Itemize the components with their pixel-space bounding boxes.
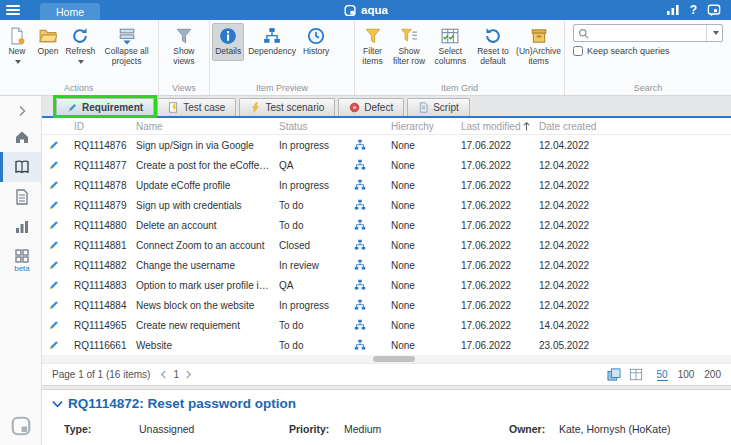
tab-script[interactable]: Script <box>407 98 470 116</box>
group-label-actions: Actions <box>2 82 156 94</box>
cell-link[interactable] <box>337 279 383 291</box>
dependency-button[interactable]: Dependency <box>245 23 299 61</box>
cell-id: RQ1114876 <box>66 140 128 151</box>
search-icon <box>578 28 589 39</box>
cell-hierarchy: None <box>383 280 453 291</box>
feedback-chat-icon[interactable] <box>707 4 721 17</box>
history-clock-icon <box>307 27 325 45</box>
table-row[interactable]: RQ1114884 News block on the website In p… <box>42 295 731 315</box>
table-row[interactable]: RQ1114878 Update eCoffe profile In progr… <box>42 175 731 195</box>
table-row[interactable]: RQ1114883 Option to mark user profile in… <box>42 275 731 295</box>
cell-link[interactable] <box>337 339 383 351</box>
sort-asc-icon <box>523 122 530 131</box>
cell-link[interactable] <box>337 299 383 311</box>
tab-defect[interactable]: Defect <box>338 98 404 116</box>
tab-test-scenario[interactable]: Test scenario <box>239 98 335 116</box>
table-row[interactable]: RQ1116661 Website To do None 17.06.2022 … <box>42 335 731 355</box>
open-folder-icon <box>39 27 57 45</box>
page-size-200[interactable]: 200 <box>704 369 721 381</box>
header-status[interactable]: Status <box>271 121 337 132</box>
cell-link[interactable] <box>337 219 383 231</box>
refresh-label: Refresh <box>65 46 95 56</box>
table-row[interactable]: RQ1114876 Sign up/Sign in via Google In … <box>42 135 731 155</box>
cell-link[interactable] <box>337 179 383 191</box>
cell-link[interactable] <box>337 239 383 251</box>
filter-items-button[interactable]: Filter items <box>357 23 388 71</box>
row-edit-icon-cell <box>42 339 66 351</box>
sidebar-item-projects[interactable] <box>0 152 41 182</box>
page-prev-icon[interactable] <box>160 370 167 379</box>
cell-link[interactable] <box>337 199 383 211</box>
cards-view-icon[interactable] <box>607 368 621 381</box>
hierarchy-sitemap-icon <box>354 259 366 271</box>
header-id[interactable]: ID <box>66 121 128 132</box>
collapse-all-projects-button[interactable]: Collapse all projects <box>98 23 156 71</box>
table-row[interactable]: RQ1114877 Create a post for the eCoffee … <box>42 155 731 175</box>
table-row[interactable]: RQ1114879 Sign up with credentials To do… <box>42 195 731 215</box>
test-scenario-icon <box>250 102 261 113</box>
page-size-100[interactable]: 100 <box>678 369 695 381</box>
aqua-app-window: Home aqua ? New Open <box>0 0 731 445</box>
open-button[interactable]: Open <box>33 23 63 61</box>
header-name[interactable]: Name <box>128 121 271 132</box>
horizontal-scrollbar-thumb[interactable] <box>373 356 415 362</box>
cell-id: RQ1114879 <box>66 200 128 211</box>
table-row[interactable]: RQ1114965 Create new requiement To do No… <box>42 315 731 335</box>
connection-status-icon[interactable] <box>666 4 680 16</box>
table-row[interactable]: RQ1114880 Delete an account To do None 1… <box>42 215 731 235</box>
reset-to-default-label: Reset to default <box>475 47 511 67</box>
cell-name: Sign up/Sign in via Google <box>128 140 271 151</box>
menu-icon[interactable] <box>0 0 26 20</box>
table-row[interactable]: RQ1114881 Connect Zoom to an account Clo… <box>42 235 731 255</box>
grid-view-icon[interactable] <box>629 368 643 381</box>
cell-hierarchy: None <box>383 220 453 231</box>
show-views-button[interactable]: Show views <box>161 23 208 71</box>
sidebar-item-reports[interactable] <box>0 212 41 242</box>
refresh-button[interactable]: Refresh <box>64 23 97 71</box>
row-edit-icon-cell <box>42 199 66 211</box>
cell-link[interactable] <box>337 159 383 171</box>
select-columns-button[interactable]: Select columns <box>430 23 471 71</box>
reset-to-default-button[interactable]: Reset to default <box>472 23 514 71</box>
new-label: New <box>8 46 25 56</box>
search-dropdown-toggle[interactable] <box>706 25 722 41</box>
cell-name: Create new requiement <box>128 320 271 331</box>
help-icon[interactable]: ? <box>690 3 697 17</box>
filter-row-icon <box>400 27 418 45</box>
cell-link[interactable] <box>337 259 383 271</box>
history-label: History <box>303 47 329 57</box>
header-last-modified[interactable]: Last modified <box>453 121 531 132</box>
details-title[interactable]: RQ1114872: Reset password option <box>52 396 721 411</box>
sidebar-expand-toggle[interactable] <box>0 100 41 122</box>
page-size-50[interactable]: 50 <box>657 369 668 381</box>
cell-hierarchy: None <box>383 320 453 331</box>
cell-link[interactable] <box>337 319 383 331</box>
filter-funnel-icon <box>364 27 382 45</box>
tab-requirement[interactable]: Requirement <box>56 98 154 116</box>
keep-search-checkbox[interactable] <box>573 46 583 56</box>
show-filter-row-button[interactable]: Show filter row <box>389 23 429 71</box>
open-label: Open <box>38 47 59 57</box>
search-input[interactable] <box>589 28 706 39</box>
history-button[interactable]: History <box>300 23 332 61</box>
collapse-label: Collapse all projects <box>101 47 153 67</box>
details-button[interactable]: Details <box>212 23 244 61</box>
grid-board-icon <box>14 248 30 264</box>
sidebar-item-documents[interactable] <box>0 182 41 212</box>
tab-home[interactable]: Home <box>40 3 100 20</box>
cell-link[interactable] <box>337 139 383 151</box>
sidebar-item-home[interactable] <box>0 122 41 152</box>
unarchive-items-button[interactable]: (Un)Archive items <box>515 23 562 71</box>
sidebar-aqua-logo <box>0 415 41 437</box>
tab-test-case[interactable]: Test case <box>157 98 236 116</box>
header-hierarchy[interactable]: Hierarchy <box>383 121 453 132</box>
sidebar-item-boards-beta[interactable]: beta <box>0 242 41 278</box>
search-combobox[interactable] <box>573 24 723 42</box>
left-sidebar: beta <box>0 96 42 445</box>
page-next-icon[interactable] <box>185 370 192 379</box>
current-page[interactable]: 1 <box>173 369 179 380</box>
table-row[interactable]: RQ1114882 Change the username In review … <box>42 255 731 275</box>
new-button[interactable]: New <box>2 23 32 71</box>
header-date-created[interactable]: Date created <box>531 121 731 132</box>
hierarchy-sitemap-icon <box>354 299 366 311</box>
